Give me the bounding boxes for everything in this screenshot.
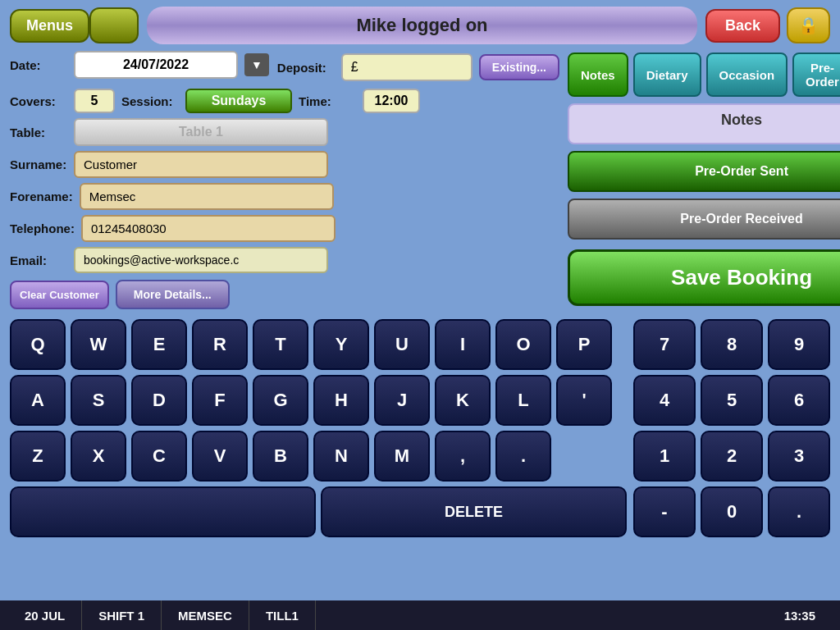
status-time: 13:35	[768, 600, 832, 630]
key-3[interactable]: 3	[768, 431, 830, 482]
key-u[interactable]: U	[374, 319, 430, 370]
key-o[interactable]: O	[495, 319, 551, 370]
keyboard-alpha: Q W E R T Y U I O P A S D F G H J K	[10, 319, 627, 542]
key-comma[interactable]: ,	[435, 431, 491, 482]
bottom-buttons: Clear Customer More Details...	[10, 280, 559, 309]
key-0[interactable]: 0	[701, 486, 763, 537]
key-minus[interactable]: -	[633, 486, 696, 537]
email-input[interactable]: bookings@active-workspace.c	[74, 247, 328, 273]
deposit-row: Deposit: £ Existing...	[277, 53, 559, 81]
left-panel: Date: 24/07/2022 ▼ Deposit: £ Existing..…	[10, 51, 559, 309]
date-label: Date:	[10, 58, 67, 72]
keyboard-row-3: Z X C V B N M , .	[10, 431, 627, 482]
key-q[interactable]: Q	[10, 319, 66, 370]
forename-row: Forename: Memsec	[10, 183, 559, 210]
lock-button[interactable]: 🔒	[787, 7, 830, 43]
forename-input[interactable]: Memsec	[80, 183, 334, 210]
key-y[interactable]: Y	[313, 319, 369, 370]
key-z[interactable]: Z	[10, 431, 66, 482]
tabs-row: Notes Dietary Occasion Pre-Order Items	[568, 52, 840, 97]
time-input[interactable]: 12:00	[363, 89, 420, 113]
preorder-received-button[interactable]: Pre-Order Received	[568, 199, 840, 240]
time-label: Time:	[299, 94, 356, 108]
telephone-row: Telephone: 01245408030	[10, 215, 559, 242]
keyboard-row-2: A S D F G H J K L '	[10, 375, 627, 426]
surname-label: Surname:	[10, 158, 67, 171]
clear-customer-button[interactable]: Clear Customer	[10, 281, 109, 309]
key-n[interactable]: N	[313, 431, 369, 482]
numpad: 7 8 9 4 5 6 1 2 3 - 0 .	[633, 319, 830, 542]
key-apostrophe[interactable]: '	[556, 375, 612, 426]
key-h[interactable]: H	[313, 375, 369, 426]
header-title: Mike logged on	[147, 7, 697, 44]
surname-row: Surname: Customer	[10, 151, 559, 178]
tab-occasion[interactable]: Occasion	[706, 52, 788, 97]
status-date: 20 JUL	[8, 600, 82, 630]
key-r[interactable]: R	[192, 319, 248, 370]
key-5[interactable]: 5	[701, 375, 763, 426]
key-decimal[interactable]: .	[768, 486, 830, 537]
email-row: Email: bookings@active-workspace.c	[10, 247, 559, 273]
more-details-button[interactable]: More Details...	[116, 280, 230, 309]
key-period[interactable]: .	[495, 431, 551, 482]
menus-button[interactable]: Menus	[10, 9, 89, 43]
status-bar: 20 JUL SHIFT 1 MEMSEC TILL1 13:35	[0, 600, 840, 630]
deposit-label: Deposit:	[277, 61, 335, 75]
keyboard-row-1: Q W E R T Y U I O P	[10, 319, 627, 370]
date-dropdown-button[interactable]: ▼	[244, 53, 269, 76]
existing-button[interactable]: Existing...	[479, 54, 559, 80]
right-panel: Notes Dietary Occasion Pre-Order Items N…	[568, 51, 840, 309]
email-label: Email:	[10, 253, 67, 267]
key-4[interactable]: 4	[633, 375, 696, 426]
key-p[interactable]: P	[556, 319, 612, 370]
deposit-input[interactable]: £	[341, 53, 472, 81]
key-8[interactable]: 8	[701, 319, 763, 370]
header: Menus Mike logged on Back 🔒	[0, 0, 840, 51]
surname-input[interactable]: Customer	[74, 151, 328, 178]
key-w[interactable]: W	[71, 319, 126, 370]
space-key[interactable]	[10, 486, 316, 537]
key-2[interactable]: 2	[701, 431, 763, 482]
key-b[interactable]: B	[253, 431, 308, 482]
telephone-input[interactable]: 01245408030	[81, 215, 336, 242]
key-7[interactable]: 7	[633, 319, 696, 370]
status-user: MEMSEC	[162, 600, 249, 630]
keyboard-row-4: DELETE	[10, 486, 627, 537]
key-a[interactable]: A	[10, 375, 66, 426]
save-booking-button[interactable]: Save Booking	[568, 249, 840, 306]
key-j[interactable]: J	[374, 375, 430, 426]
key-v[interactable]: V	[192, 431, 248, 482]
key-k[interactable]: K	[435, 375, 491, 426]
tab-preorder[interactable]: Pre-Order	[792, 52, 840, 97]
blank-button	[89, 7, 139, 43]
keyboard-area: Q W E R T Y U I O P A S D F G H J K	[0, 313, 840, 549]
notes-area[interactable]: Notes	[568, 103, 840, 144]
key-s[interactable]: S	[71, 375, 126, 426]
key-g[interactable]: G	[253, 375, 308, 426]
key-e[interactable]: E	[131, 319, 187, 370]
key-l[interactable]: L	[495, 375, 551, 426]
key-1[interactable]: 1	[633, 431, 696, 482]
key-c[interactable]: C	[131, 431, 187, 482]
back-button[interactable]: Back	[705, 9, 780, 43]
delete-key[interactable]: DELETE	[321, 486, 627, 537]
forename-label: Forename:	[10, 189, 73, 203]
session-input[interactable]: Sundays	[185, 89, 292, 113]
telephone-label: Telephone:	[10, 221, 75, 235]
table-input[interactable]: Table 1	[74, 118, 328, 146]
key-i[interactable]: I	[435, 319, 491, 370]
date-input[interactable]: 24/07/2022	[74, 51, 238, 79]
preorder-sent-button[interactable]: Pre-Order Sent	[568, 151, 840, 192]
key-d[interactable]: D	[131, 375, 187, 426]
tab-notes[interactable]: Notes	[568, 52, 628, 97]
key-f[interactable]: F	[192, 375, 248, 426]
session-label: Session:	[121, 94, 179, 108]
key-6[interactable]: 6	[768, 375, 830, 426]
key-t[interactable]: T	[253, 319, 308, 370]
covers-input[interactable]: 5	[74, 89, 115, 113]
tab-dietary[interactable]: Dietary	[633, 52, 701, 97]
key-x[interactable]: X	[71, 431, 126, 482]
key-9[interactable]: 9	[768, 319, 830, 370]
key-m[interactable]: M	[374, 431, 430, 482]
date-row: Date: 24/07/2022 ▼	[10, 51, 269, 79]
